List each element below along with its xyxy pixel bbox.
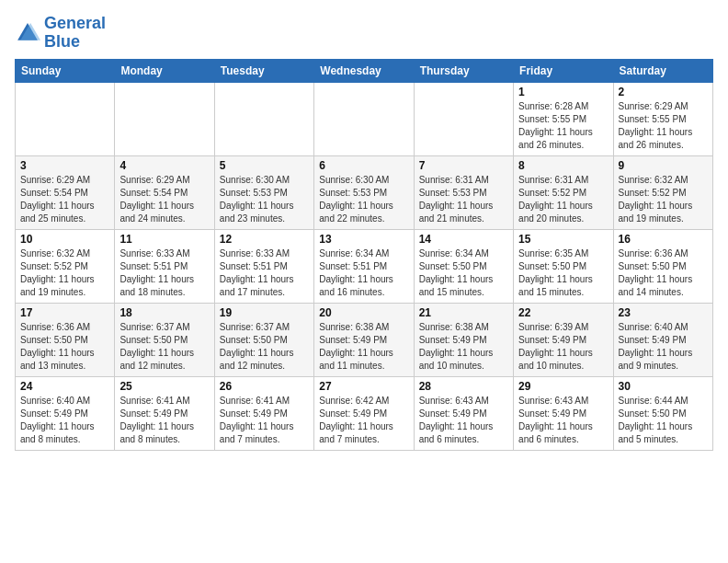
day-number: 19 xyxy=(220,306,309,319)
day-info: Sunrise: 6:29 AMSunset: 5:54 PMDaylight:… xyxy=(20,174,109,225)
calendar-cell: 3Sunrise: 6:29 AMSunset: 5:54 PMDaylight… xyxy=(16,155,115,229)
logo-blue: Blue xyxy=(44,32,80,51)
logo-icon xyxy=(15,20,40,46)
day-info: Sunrise: 6:33 AMSunset: 5:51 PMDaylight:… xyxy=(220,247,309,299)
calendar-cell: 15Sunrise: 6:35 AMSunset: 5:50 PMDayligh… xyxy=(514,229,613,303)
day-info: Sunrise: 6:30 AMSunset: 5:53 PMDaylight:… xyxy=(319,174,408,225)
calendar-cell: 29Sunrise: 6:43 AMSunset: 5:49 PMDayligh… xyxy=(514,376,613,450)
calendar-cell: 22Sunrise: 6:39 AMSunset: 5:49 PMDayligh… xyxy=(514,303,613,376)
calendar-cell xyxy=(16,82,115,155)
calendar-cell: 18Sunrise: 6:37 AMSunset: 5:50 PMDayligh… xyxy=(115,303,214,376)
calendar-cell: 27Sunrise: 6:42 AMSunset: 5:49 PMDayligh… xyxy=(314,376,414,450)
calendar-cell: 4Sunrise: 6:29 AMSunset: 5:54 PMDaylight… xyxy=(115,155,214,229)
day-info: Sunrise: 6:40 AMSunset: 5:49 PMDaylight:… xyxy=(619,321,708,373)
calendar-cell: 21Sunrise: 6:38 AMSunset: 5:49 PMDayligh… xyxy=(414,303,513,376)
calendar-cell: 2Sunrise: 6:29 AMSunset: 5:55 PMDaylight… xyxy=(613,82,712,155)
logo-general: General xyxy=(44,14,106,32)
calendar-cell: 1Sunrise: 6:28 AMSunset: 5:55 PMDaylight… xyxy=(514,82,613,155)
day-info: Sunrise: 6:31 AMSunset: 5:52 PMDaylight:… xyxy=(518,174,608,225)
calendar-table: SundayMondayTuesdayWednesdayThursdayFrid… xyxy=(15,59,713,451)
day-info: Sunrise: 6:34 AMSunset: 5:50 PMDaylight:… xyxy=(419,247,508,299)
col-header-friday: Friday xyxy=(514,59,613,82)
logo-text: General Blue xyxy=(44,15,106,52)
day-number: 3 xyxy=(20,159,109,172)
calendar-cell: 9Sunrise: 6:32 AMSunset: 5:52 PMDaylight… xyxy=(613,155,712,229)
calendar-week-4: 24Sunrise: 6:40 AMSunset: 5:49 PMDayligh… xyxy=(16,376,713,450)
day-info: Sunrise: 6:38 AMSunset: 5:49 PMDaylight:… xyxy=(319,321,408,373)
day-number: 9 xyxy=(619,159,708,172)
day-info: Sunrise: 6:42 AMSunset: 5:49 PMDaylight:… xyxy=(319,395,408,446)
calendar-cell: 8Sunrise: 6:31 AMSunset: 5:52 PMDaylight… xyxy=(514,155,613,229)
calendar-week-1: 3Sunrise: 6:29 AMSunset: 5:54 PMDaylight… xyxy=(16,155,713,229)
col-header-wednesday: Wednesday xyxy=(314,59,414,82)
day-number: 4 xyxy=(119,159,209,172)
day-info: Sunrise: 6:31 AMSunset: 5:53 PMDaylight:… xyxy=(419,174,508,225)
calendar-cell xyxy=(214,82,313,155)
day-number: 5 xyxy=(220,159,309,172)
day-number: 30 xyxy=(619,380,708,393)
day-info: Sunrise: 6:29 AMSunset: 5:55 PMDaylight:… xyxy=(619,100,708,152)
day-number: 7 xyxy=(419,159,508,172)
day-number: 14 xyxy=(419,233,508,246)
day-number: 13 xyxy=(319,233,408,246)
calendar-cell xyxy=(115,82,214,155)
calendar-week-2: 10Sunrise: 6:32 AMSunset: 5:52 PMDayligh… xyxy=(16,229,713,303)
day-number: 2 xyxy=(619,86,708,98)
day-info: Sunrise: 6:39 AMSunset: 5:49 PMDaylight:… xyxy=(518,321,608,373)
calendar-cell: 26Sunrise: 6:41 AMSunset: 5:49 PMDayligh… xyxy=(214,376,313,450)
calendar-header-row: SundayMondayTuesdayWednesdayThursdayFrid… xyxy=(16,59,713,82)
day-info: Sunrise: 6:40 AMSunset: 5:49 PMDaylight:… xyxy=(20,395,109,446)
day-info: Sunrise: 6:36 AMSunset: 5:50 PMDaylight:… xyxy=(619,247,708,299)
calendar-cell: 20Sunrise: 6:38 AMSunset: 5:49 PMDayligh… xyxy=(314,303,414,376)
calendar-cell: 23Sunrise: 6:40 AMSunset: 5:49 PMDayligh… xyxy=(613,303,712,376)
calendar-cell: 17Sunrise: 6:36 AMSunset: 5:50 PMDayligh… xyxy=(16,303,115,376)
col-header-monday: Monday xyxy=(115,59,214,82)
day-number: 27 xyxy=(319,380,408,393)
day-number: 24 xyxy=(20,380,109,393)
day-info: Sunrise: 6:43 AMSunset: 5:49 PMDaylight:… xyxy=(518,395,608,446)
col-header-saturday: Saturday xyxy=(613,59,712,82)
calendar-cell xyxy=(414,82,513,155)
day-number: 11 xyxy=(119,233,209,246)
calendar-cell: 16Sunrise: 6:36 AMSunset: 5:50 PMDayligh… xyxy=(613,229,712,303)
day-number: 22 xyxy=(518,306,608,319)
day-info: Sunrise: 6:29 AMSunset: 5:54 PMDaylight:… xyxy=(119,174,209,225)
calendar-cell: 24Sunrise: 6:40 AMSunset: 5:49 PMDayligh… xyxy=(16,376,115,450)
calendar-cell: 13Sunrise: 6:34 AMSunset: 5:51 PMDayligh… xyxy=(314,229,414,303)
day-info: Sunrise: 6:32 AMSunset: 5:52 PMDaylight:… xyxy=(20,247,109,299)
calendar-cell: 30Sunrise: 6:44 AMSunset: 5:50 PMDayligh… xyxy=(613,376,712,450)
day-info: Sunrise: 6:34 AMSunset: 5:51 PMDaylight:… xyxy=(319,247,408,299)
page: General Blue SundayMondayTuesdayWednesda… xyxy=(0,0,728,563)
calendar-cell: 5Sunrise: 6:30 AMSunset: 5:53 PMDaylight… xyxy=(214,155,313,229)
day-info: Sunrise: 6:28 AMSunset: 5:55 PMDaylight:… xyxy=(518,100,608,152)
col-header-sunday: Sunday xyxy=(16,59,115,82)
day-number: 15 xyxy=(518,233,608,246)
day-info: Sunrise: 6:38 AMSunset: 5:49 PMDaylight:… xyxy=(419,321,508,373)
calendar-cell: 19Sunrise: 6:37 AMSunset: 5:50 PMDayligh… xyxy=(214,303,313,376)
day-number: 23 xyxy=(619,306,708,319)
day-number: 16 xyxy=(619,233,708,246)
day-info: Sunrise: 6:37 AMSunset: 5:50 PMDaylight:… xyxy=(119,321,209,373)
day-number: 25 xyxy=(119,380,209,393)
header: General Blue xyxy=(15,15,713,52)
calendar-cell: 28Sunrise: 6:43 AMSunset: 5:49 PMDayligh… xyxy=(414,376,513,450)
day-number: 6 xyxy=(319,159,408,172)
day-number: 29 xyxy=(518,380,608,393)
calendar-cell: 10Sunrise: 6:32 AMSunset: 5:52 PMDayligh… xyxy=(16,229,115,303)
day-info: Sunrise: 6:36 AMSunset: 5:50 PMDaylight:… xyxy=(20,321,109,373)
calendar-week-3: 17Sunrise: 6:36 AMSunset: 5:50 PMDayligh… xyxy=(16,303,713,376)
day-number: 12 xyxy=(220,233,309,246)
day-info: Sunrise: 6:41 AMSunset: 5:49 PMDaylight:… xyxy=(220,395,309,446)
day-info: Sunrise: 6:35 AMSunset: 5:50 PMDaylight:… xyxy=(518,247,608,299)
calendar-cell: 14Sunrise: 6:34 AMSunset: 5:50 PMDayligh… xyxy=(414,229,513,303)
day-number: 21 xyxy=(419,306,508,319)
calendar-week-0: 1Sunrise: 6:28 AMSunset: 5:55 PMDaylight… xyxy=(16,82,713,155)
day-number: 1 xyxy=(518,86,608,98)
calendar-cell: 6Sunrise: 6:30 AMSunset: 5:53 PMDaylight… xyxy=(314,155,414,229)
day-number: 18 xyxy=(119,306,209,319)
calendar-cell: 7Sunrise: 6:31 AMSunset: 5:53 PMDaylight… xyxy=(414,155,513,229)
day-number: 20 xyxy=(319,306,408,319)
day-number: 17 xyxy=(20,306,109,319)
day-info: Sunrise: 6:44 AMSunset: 5:50 PMDaylight:… xyxy=(619,395,708,446)
day-info: Sunrise: 6:43 AMSunset: 5:49 PMDaylight:… xyxy=(419,395,508,446)
